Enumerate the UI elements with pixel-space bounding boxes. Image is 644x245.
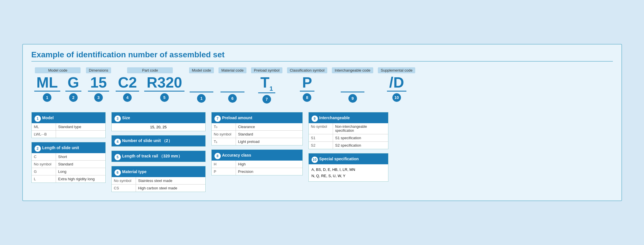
circle-2: 2 (69, 93, 78, 102)
table-accuracy: 8 Accuracy class H High P Precision (211, 149, 303, 175)
model-key-lwl: LWL···B (32, 131, 56, 138)
table-length-slide-header: 2 Length of slide unit (32, 142, 105, 153)
circle-material: 6 (115, 169, 121, 176)
circle-accuracy: 8 (214, 153, 221, 159)
code-diagram: Model code ML 1 G 2 Dimensions 15 3 (31, 67, 613, 104)
table-length-slide-body: C Short No symbol Standard G Long L Extr… (32, 153, 105, 183)
acc-val-p: Precision (236, 168, 302, 175)
circle-6: 6 (228, 94, 237, 103)
table-special-header: 10 Special specification (309, 153, 388, 164)
circle-length-track: 5 (115, 154, 121, 160)
char-g: G 2 (65, 74, 81, 102)
table-row: No symbol Standard (32, 160, 105, 168)
table-accuracy-title: Accuracy class (222, 153, 251, 157)
table-length-track-header: 5 Length of track rail （320 mm） (112, 151, 205, 162)
group-model-code-2: Model code 1 (189, 67, 214, 103)
part-code-label: Part code (127, 67, 173, 73)
slide-val-g: Long (56, 168, 105, 175)
table-row: T₀ Clearance (212, 123, 302, 130)
preload-symbol-label: Preload symbol (251, 67, 282, 73)
table-row: H High (212, 161, 302, 168)
circle-10: 10 (392, 93, 401, 102)
circle-3: 3 (94, 93, 103, 102)
material-code-label: Material code (218, 67, 246, 73)
circle-preload: 7 (214, 116, 221, 122)
tables-section: 1 Model ML Standard type LWL···B 2 (31, 112, 613, 192)
table-model: 1 Model ML Standard type LWL···B (31, 112, 106, 138)
table-size: 3 Size 15, 20, 25 (111, 112, 206, 131)
inter-val-s2: S2 specification (333, 142, 388, 149)
table-row: No symbol Non-interchangeable specificat… (309, 123, 388, 134)
code-char-blank-3 (341, 74, 364, 92)
circle-4: 4 (123, 93, 132, 102)
col-2: 3 Size 15, 20, 25 4 Number of slide unit… (111, 112, 206, 192)
group-interchangeable-code: Interchangeable code 9 (332, 67, 373, 103)
circle-7: 7 (262, 95, 271, 104)
preload-key-t1: T₁ (212, 138, 236, 145)
table-interchangeable-body: No symbol Non-interchangeable specificat… (309, 123, 388, 149)
table-material: 6 Material type No symbol Stainless stee… (111, 166, 206, 192)
table-special-body: A, BS, D, E, HB, I, LR, MN N, Q, RE, S, … (309, 164, 388, 181)
circle-size: 3 (115, 116, 121, 122)
circle-num-slide: 4 (115, 139, 121, 145)
circle-5: 5 (160, 93, 169, 102)
special-line-1: A, BS, D, E, HB, I, LR, MN (312, 167, 385, 173)
code-char-r320: R320 (144, 74, 184, 92)
char-blank-2: 6 (220, 74, 244, 103)
table-row: No symbol Standard (212, 130, 302, 138)
table-preload-header: 7 Preload amount (212, 112, 302, 123)
slide-key-g: G (32, 168, 56, 175)
table-accuracy-header: 8 Accuracy class (212, 150, 302, 161)
char-blank-3: 9 (341, 74, 364, 103)
table-row: P Precision (212, 168, 302, 175)
interchangeable-code-label: Interchangeable code (332, 67, 373, 73)
inter-key-s2: S2 (309, 142, 333, 149)
table-row: T₁ Light preload (212, 138, 302, 145)
table-preload-body: T₀ Clearance No symbol Standard T₁ Light… (212, 123, 302, 145)
char-r320: R320 5 (144, 74, 184, 102)
mat-key-cs: CS (112, 185, 136, 192)
table-preload: 7 Preload amount T₀ Clearance No symbol … (211, 112, 303, 145)
code-char-p: P (300, 74, 314, 92)
char-ml: ML 1 (34, 74, 60, 102)
table-num-slide: 4 Number of slide unit （2） (111, 135, 206, 147)
group-dimensions: Dimensions 15 3 (86, 67, 111, 102)
supplemental-label: Supplemental code (378, 67, 415, 73)
mat-key-nosymbol: No symbol (112, 177, 136, 184)
group-supplemental: Supplemental code /D 10 (378, 67, 415, 102)
table-row: CS High carbon steel made (112, 184, 205, 192)
table-material-body: No symbol Stainless steel made CS High c… (112, 177, 205, 192)
dimensions-label: Dimensions (86, 67, 111, 73)
code-char-c2: C2 (116, 74, 139, 92)
table-size-title: Size (122, 116, 130, 120)
model-val-ml: Standard type (56, 123, 105, 130)
table-interchangeable-title: Interchangeable (319, 116, 350, 120)
circle-1b: 1 (197, 94, 206, 103)
preload-val-t0: Clearance (236, 123, 302, 130)
circle-interchangeable: 9 (312, 116, 318, 122)
group-material-code: Material code 6 (218, 67, 246, 103)
model-key-ml: ML (32, 123, 56, 130)
code-char-ml: ML (34, 74, 60, 92)
char-t1: T1 7 (258, 74, 275, 104)
table-row: ML Standard type (32, 123, 105, 130)
group-preload-symbol: Preload symbol T1 7 (251, 67, 282, 104)
table-row: S1 S1 specification (309, 134, 388, 141)
table-num-slide-title: Number of slide unit （2） (122, 138, 172, 143)
group-part-code: Part code C2 4 R320 5 (116, 67, 184, 102)
code-char-g: G (65, 74, 81, 92)
acc-key-p: P (212, 168, 236, 175)
inter-key-s1: S1 (309, 134, 333, 141)
slide-val-nosymbol: Standard (56, 161, 105, 168)
table-size-single: 15, 20, 25 (112, 123, 205, 131)
preload-val-nosymbol: Standard (236, 131, 302, 138)
char-c2: C2 4 (116, 74, 139, 102)
page-title: Example of identification number of asse… (31, 50, 613, 62)
group-classification: Classification symbol P 8 (287, 67, 327, 102)
code-char-15: 15 (88, 74, 109, 92)
code-char-slash-d: /D (387, 74, 406, 92)
circle-1a: 1 (43, 93, 51, 102)
table-size-header: 3 Size (112, 112, 205, 123)
table-row: G Long (32, 168, 105, 175)
table-length-slide: 2 Length of slide unit C Short No symbol… (31, 142, 106, 183)
